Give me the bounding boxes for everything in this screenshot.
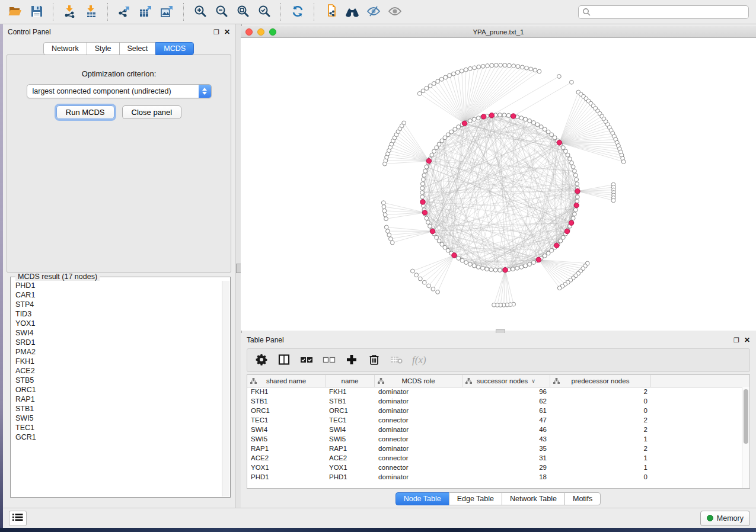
- mcds-tab-content: Optimization criterion: largest connecte…: [7, 55, 231, 273]
- show-columns-button[interactable]: [277, 353, 291, 367]
- function-builder-button[interactable]: f(x): [412, 353, 426, 367]
- toolbar-separator: [107, 3, 109, 21]
- mcds-result-item[interactable]: ORC1: [15, 385, 222, 395]
- zoom-selected-button[interactable]: [254, 2, 275, 21]
- import-table-icon: [85, 5, 98, 20]
- table-row[interactable]: STB1STB1dominator620: [247, 396, 742, 406]
- column-header-MCDS-role[interactable]: MCDS role: [375, 375, 462, 387]
- column-header-successor-nodes[interactable]: successor nodes∨: [462, 375, 550, 387]
- tab-network-table[interactable]: Network Table: [502, 492, 565, 505]
- new-network-from-file-button[interactable]: [320, 2, 342, 21]
- mcds-result-item[interactable]: ACE2: [15, 366, 222, 376]
- network-graph[interactable]: [241, 38, 756, 331]
- mcds-result-item[interactable]: PHD1: [15, 281, 222, 290]
- task-history-button[interactable]: [9, 511, 27, 526]
- mcds-result-item[interactable]: GCR1: [15, 432, 222, 442]
- table-row[interactable]: SWI5SWI5connector431: [247, 434, 742, 444]
- column-label: name: [342, 377, 359, 384]
- import-table-button[interactable]: [81, 2, 102, 21]
- float-panel-icon[interactable]: ❐: [733, 337, 739, 344]
- table-row[interactable]: TEC1TEC1connector472: [247, 415, 742, 425]
- cell-name: STB1: [326, 398, 375, 405]
- close-panel-button[interactable]: Close panel: [122, 105, 182, 119]
- search-binoculars-button[interactable]: [342, 2, 363, 21]
- cell-predecessor_nodes: 1: [550, 464, 651, 471]
- control-panel: Control Panel ❐ ✕ NetworkStyleSelectMCDS…: [3, 24, 235, 508]
- memory-button[interactable]: Memory: [700, 511, 750, 526]
- cell-name: SWI4: [326, 426, 375, 433]
- tab-mcds[interactable]: MCDS: [155, 42, 194, 55]
- save-session-button[interactable]: [26, 2, 47, 21]
- mcds-result-item[interactable]: TEC1: [15, 423, 222, 432]
- refresh-button[interactable]: [287, 2, 308, 21]
- table-row[interactable]: ACE2ACE2connector311: [247, 453, 742, 463]
- mcds-result-item[interactable]: CAR1: [15, 290, 222, 300]
- unselect-all-columns-button[interactable]: [322, 353, 336, 367]
- mcds-result-item[interactable]: STB1: [15, 404, 222, 414]
- table-row[interactable]: FKH1FKH1dominator962: [247, 387, 742, 396]
- zoom-out-button[interactable]: [211, 2, 232, 21]
- mcds-result-item[interactable]: SWI4: [15, 328, 222, 338]
- table-row[interactable]: RAP1RAP1dominator352: [247, 444, 742, 453]
- mcds-result-item[interactable]: STP4: [15, 300, 222, 309]
- criterion-dropdown[interactable]: largest connected component (undirected): [27, 84, 212, 98]
- mcds-result-item[interactable]: PMA2: [15, 347, 222, 357]
- cell-mcds_role: connector: [375, 435, 462, 443]
- dropdown-stepper-icon: [199, 85, 211, 98]
- fx-icon: f(x): [412, 354, 426, 366]
- hide-selected-button[interactable]: [363, 2, 384, 21]
- zoom-fit-button[interactable]: [232, 2, 254, 21]
- close-panel-icon[interactable]: ✕: [744, 336, 750, 344]
- table-row[interactable]: ORC1ORC1dominator610: [247, 406, 742, 415]
- table-scrollbar[interactable]: [742, 387, 749, 488]
- export-image-button[interactable]: [157, 2, 178, 21]
- network-window-titlebar[interactable]: YPA_prune.txt_1: [241, 26, 756, 38]
- tab-network[interactable]: Network: [43, 42, 87, 55]
- search-input[interactable]: [578, 5, 749, 19]
- export-table-button[interactable]: [135, 2, 157, 21]
- tab-motifs[interactable]: Motifs: [564, 492, 601, 505]
- mcds-result-item[interactable]: SRD1: [15, 338, 222, 347]
- cell-predecessor_nodes: 2: [550, 388, 651, 395]
- cell-shared_name: PHD1: [247, 473, 326, 480]
- table-row[interactable]: PHD1PHD1dominator180: [247, 472, 742, 482]
- mcds-result-item[interactable]: STB5: [15, 376, 222, 385]
- float-panel-icon[interactable]: ❐: [213, 29, 219, 36]
- cell-successor_nodes: 18: [462, 473, 550, 480]
- tab-node-table[interactable]: Node Table: [395, 492, 449, 505]
- status-bar: Memory: [3, 508, 756, 528]
- create-column-button[interactable]: [344, 353, 359, 367]
- select-all-columns-button[interactable]: [299, 353, 314, 367]
- column-header-name[interactable]: name: [326, 375, 375, 387]
- table-row[interactable]: YOX1YOX1connector291: [247, 463, 742, 472]
- node-table: shared namenameMCDS rolesuccessor nodes∨…: [247, 374, 750, 489]
- mcds-result-item[interactable]: RAP1: [15, 395, 222, 404]
- mcds-result-item[interactable]: TID3: [15, 309, 222, 319]
- mcds-result-item[interactable]: FKH1: [15, 357, 222, 366]
- tab-edge-table[interactable]: Edge Table: [449, 492, 502, 505]
- cell-predecessor_nodes: 0: [550, 407, 651, 414]
- mcds-result-item[interactable]: SWI5: [15, 414, 222, 423]
- network-file-icon: [324, 4, 338, 20]
- column-header-shared-name[interactable]: shared name: [247, 375, 326, 387]
- cell-name: FKH1: [326, 388, 375, 395]
- table-row[interactable]: SWI4SWI4dominator462: [247, 425, 742, 434]
- table-options-button[interactable]: [254, 353, 269, 367]
- delete-table-button[interactable]: [390, 353, 404, 367]
- tab-style[interactable]: Style: [87, 42, 120, 55]
- cell-shared_name: SWI4: [247, 426, 326, 433]
- column-label: successor nodes: [477, 377, 528, 384]
- export-network-button[interactable]: [114, 2, 135, 21]
- mcds-result-item[interactable]: YOX1: [15, 319, 222, 328]
- column-header-predecessor-nodes[interactable]: predecessor nodes: [550, 375, 651, 387]
- run-mcds-button[interactable]: Run MCDS: [56, 105, 114, 119]
- mcds-list-scrollbar[interactable]: [222, 281, 229, 496]
- table-scrollbar-thumb[interactable]: [744, 389, 748, 444]
- import-network-button[interactable]: [59, 2, 81, 21]
- close-panel-icon[interactable]: ✕: [224, 28, 230, 36]
- zoom-in-button[interactable]: [190, 2, 211, 21]
- open-file-button[interactable]: [5, 2, 26, 21]
- delete-column-button[interactable]: [367, 353, 381, 367]
- tab-select[interactable]: Select: [119, 42, 157, 55]
- show-hidden-button[interactable]: [384, 2, 406, 21]
